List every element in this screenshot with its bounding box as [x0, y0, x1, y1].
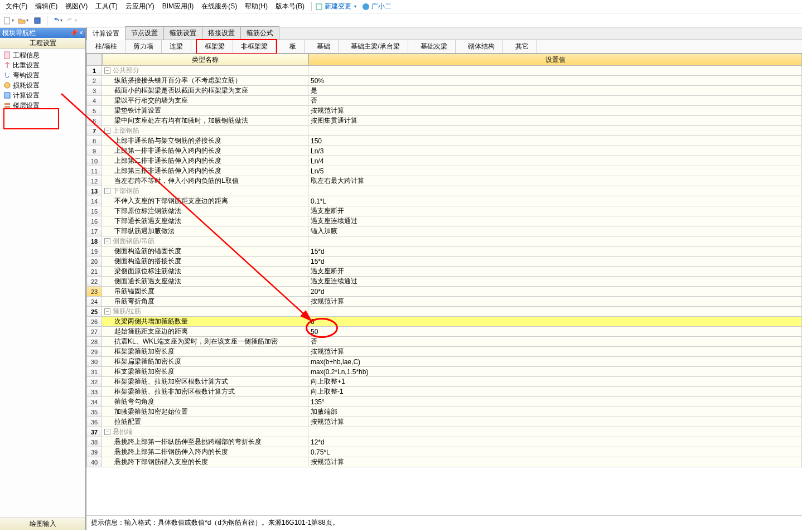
redo-button[interactable] — [65, 14, 78, 27]
menu-edit[interactable]: 编辑(E) — [32, 1, 61, 12]
table-row[interactable]: 23吊筋锚固长度20*d — [86, 287, 802, 297]
table-row[interactable]: 12当左右跨不等时，伸入小跨内负筋的L取值取左右最大跨计算 — [86, 176, 802, 186]
table-row[interactable]: 40悬挑跨下部钢筋锚入支座的长度按规范计算 — [86, 457, 802, 467]
table-row[interactable]: 37−悬挑端 — [86, 427, 802, 437]
menu-tools[interactable]: 工具(T) — [92, 1, 120, 12]
row-value[interactable]: 否 — [308, 96, 802, 106]
row-value[interactable] — [308, 126, 802, 136]
table-row[interactable]: 35加腋梁箍筋加密起始位置加腋端部 — [86, 407, 802, 417]
row-value[interactable]: 15*d — [308, 246, 802, 257]
table-row[interactable]: 29框架梁箍筋加密长度按规范计算 — [86, 347, 802, 357]
collapse-icon[interactable]: − — [104, 188, 110, 194]
menu-cloud[interactable]: 云应用(Y) — [122, 1, 158, 12]
menu-online[interactable]: 在线服务(S) — [198, 1, 240, 12]
subtab-linkbeam[interactable]: 连梁 — [162, 40, 191, 53]
menu-file[interactable]: 文件(F) — [2, 1, 31, 12]
collapse-icon[interactable]: − — [104, 128, 110, 134]
subtab-framebeam[interactable]: 框架梁 — [197, 40, 233, 53]
row-value[interactable]: 按规范计算 — [308, 297, 802, 307]
table-row[interactable]: 1−公共部分 — [86, 66, 802, 76]
table-row[interactable]: 38悬挑跨上部第一排纵筋伸至悬挑跨端部的弯折长度12*d — [86, 437, 802, 447]
table-row[interactable]: 7−上部钢筋 — [86, 126, 802, 136]
row-value[interactable]: Ln/3 — [308, 146, 802, 156]
row-value[interactable]: 150 — [308, 136, 802, 146]
table-row[interactable]: 20侧面构造筋的搭接长度15*d — [86, 257, 802, 267]
row-value[interactable]: max(0.2*Ln,1.5*hb) — [308, 367, 802, 377]
table-row[interactable]: 17下部纵筋遇加腋做法锚入加腋 — [86, 226, 802, 236]
row-value[interactable]: 0.75*L — [308, 447, 802, 457]
table-row[interactable]: 36拉筋配置按规范计算 — [86, 417, 802, 427]
row-value[interactable]: 6 — [308, 317, 802, 327]
table-row[interactable]: 31框支梁箍筋加密长度max(0.2*Ln,1.5*hb) — [86, 367, 802, 377]
table-row[interactable]: 24吊筋弯折角度按规范计算 — [86, 297, 802, 307]
close-icon[interactable]: × — [79, 29, 83, 37]
table-row[interactable]: 14不伸入支座的下部钢筋距支座边的距离0.1*L — [86, 196, 802, 206]
row-value[interactable] — [308, 307, 802, 317]
row-value[interactable] — [308, 236, 802, 246]
row-value[interactable]: 遇支座连续通过 — [308, 277, 802, 287]
col-name[interactable]: 类型名称 — [102, 54, 308, 66]
subtab-nonframebeam[interactable]: 非框架梁 — [233, 40, 276, 53]
helper-link[interactable]: 广小二 — [362, 2, 392, 11]
row-value[interactable]: 135° — [308, 397, 802, 407]
table-row[interactable]: 9上部第一排非通长筋伸入跨内的长度Ln/3 — [86, 146, 802, 156]
table-row[interactable]: 18−侧面钢筋/吊筋 — [86, 236, 802, 246]
menu-version[interactable]: 版本号(B) — [272, 1, 308, 12]
subtab-slab[interactable]: 板 — [282, 40, 305, 53]
table-row[interactable]: 22侧面通长筋遇支座做法遇支座连续通过 — [86, 277, 802, 287]
tab-calc[interactable]: 计算设置 — [86, 27, 125, 40]
table-row[interactable]: 34箍筋弯勾角度135° — [86, 397, 802, 407]
row-value[interactable] — [308, 66, 802, 76]
table-row[interactable]: 19侧面构造筋的锚固长度15*d — [86, 246, 802, 257]
row-value[interactable]: 遇支座断开 — [308, 267, 802, 277]
row-value[interactable]: 按规范计算 — [308, 106, 802, 116]
row-value[interactable]: 50 — [308, 327, 802, 337]
table-row[interactable]: 21梁侧面原位标注筋做法遇支座断开 — [86, 267, 802, 277]
row-value[interactable]: 按规范计算 — [308, 347, 802, 357]
tab-lap[interactable]: 搭接设置 — [202, 26, 241, 40]
sidebar-section[interactable]: 工程设置 — [0, 38, 85, 49]
row-value[interactable] — [308, 427, 802, 437]
row-value[interactable]: 遇支座断开 — [308, 206, 802, 216]
menu-help[interactable]: 帮助(H) — [241, 1, 271, 12]
row-value[interactable]: 按图集贯通计算 — [308, 116, 802, 126]
sidebar-item-project-info[interactable]: 工程信息 — [0, 50, 85, 60]
sidebar-item-floor[interactable]: 楼层设置 — [0, 100, 85, 110]
undo-button[interactable] — [51, 14, 63, 27]
row-value[interactable]: 遇支座连续通过 — [308, 216, 802, 226]
table-row[interactable]: 8上部非通长筋与架立钢筋的搭接长度150 — [86, 136, 802, 146]
table-row[interactable]: 26次梁两侧共增加箍筋数量6 — [86, 317, 802, 327]
row-value[interactable]: 否 — [308, 337, 802, 347]
subtab-shearwall[interactable]: 剪力墙 — [125, 40, 162, 53]
table-row[interactable]: 39悬挑跨上部第二排钢筋伸入跨内的长度0.75*L — [86, 447, 802, 457]
row-value[interactable]: 取左右最大跨计算 — [308, 176, 802, 186]
sidebar-item-hook[interactable]: 弯钩设置 — [0, 70, 85, 80]
row-value[interactable]: 0.1*L — [308, 196, 802, 206]
sidebar-footer[interactable]: 绘图输入 — [0, 518, 85, 530]
tab-formula[interactable]: 箍筋公式 — [240, 26, 279, 40]
subtab-foundation[interactable]: 基础 — [309, 40, 339, 53]
row-value[interactable]: 锚入加腋 — [308, 226, 802, 236]
table-row[interactable]: 25−箍筋/拉筋 — [86, 307, 802, 317]
row-value[interactable]: 加腋端部 — [308, 407, 802, 417]
table-row[interactable]: 27起始箍筋距支座边的距离50 — [86, 327, 802, 337]
table-row[interactable]: 10上部第二排非通长筋伸入跨内的长度Ln/4 — [86, 156, 802, 166]
subtab-column[interactable]: 柱/墙柱 — [88, 40, 125, 53]
sidebar-item-weight[interactable]: 比重设置 — [0, 60, 85, 70]
collapse-icon[interactable]: − — [104, 308, 110, 315]
row-value[interactable]: 是 — [308, 86, 802, 96]
tab-node[interactable]: 节点设置 — [125, 26, 164, 40]
table-row[interactable]: 30框架扁梁箍筋加密长度max(b+hb,lae,C) — [86, 357, 802, 367]
row-value[interactable]: 向上取整-1 — [308, 387, 802, 397]
row-value[interactable]: 向上取整+1 — [308, 377, 802, 387]
save-button[interactable] — [31, 14, 44, 27]
sidebar-item-loss[interactable]: 损耗设置 — [0, 80, 85, 90]
sidebar-item-calc[interactable]: 计算设置 — [0, 90, 85, 100]
table-row[interactable]: 3截面小的框架梁是否以截面大的框架梁为支座是 — [86, 86, 802, 96]
table-row[interactable]: 33框架梁箍筋、拉筋非加密区根数计算方式向上取整-1 — [86, 387, 802, 397]
row-value[interactable]: 12*d — [308, 437, 802, 447]
open-button[interactable] — [17, 14, 29, 27]
table-row[interactable]: 13−下部钢筋 — [86, 186, 802, 196]
row-value[interactable]: 50% — [308, 76, 802, 86]
subtab-foundbeam[interactable]: 基础主梁/承台梁 — [343, 40, 408, 53]
